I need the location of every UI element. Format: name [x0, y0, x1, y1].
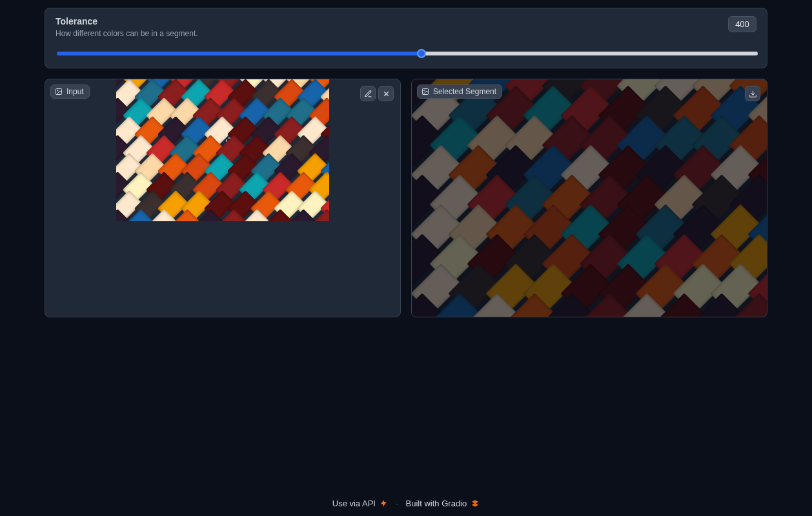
input-image-panel: Input: [45, 79, 401, 317]
api-icon: [380, 499, 388, 508]
output-image-label-chip: Selected Segment: [417, 84, 502, 99]
segment-mask-overlay: [412, 79, 767, 317]
svg-point-1: [57, 90, 59, 92]
use-via-api-link[interactable]: Use via API: [332, 499, 388, 508]
image-icon: [55, 88, 63, 95]
output-image-label-text: Selected Segment: [433, 87, 496, 96]
footer: Use via API · Built with Gradio: [0, 488, 812, 516]
svg-point-3: [424, 90, 425, 92]
input-image[interactable]: [116, 79, 329, 221]
output-image-panel: Selected Segment: [411, 79, 767, 317]
edit-button[interactable]: [360, 86, 376, 101]
output-image: [412, 79, 767, 317]
tolerance-slider[interactable]: [57, 52, 758, 55]
gradio-logo-icon: [471, 499, 480, 508]
built-with-gradio-link[interactable]: Built with Gradio: [406, 499, 480, 508]
tolerance-panel: Tolerance How different colors can be in…: [45, 8, 767, 68]
clear-button[interactable]: [378, 86, 394, 101]
tolerance-label: Tolerance: [56, 16, 198, 26]
input-image-label-chip: Input: [50, 84, 90, 99]
image-icon: [421, 88, 429, 95]
download-button[interactable]: [745, 86, 760, 101]
tolerance-description: How different colors can be in a segment…: [56, 29, 198, 38]
input-image-label-text: Input: [66, 87, 84, 96]
footer-separator: ·: [396, 499, 398, 508]
tolerance-value-input[interactable]: 400: [728, 16, 756, 32]
